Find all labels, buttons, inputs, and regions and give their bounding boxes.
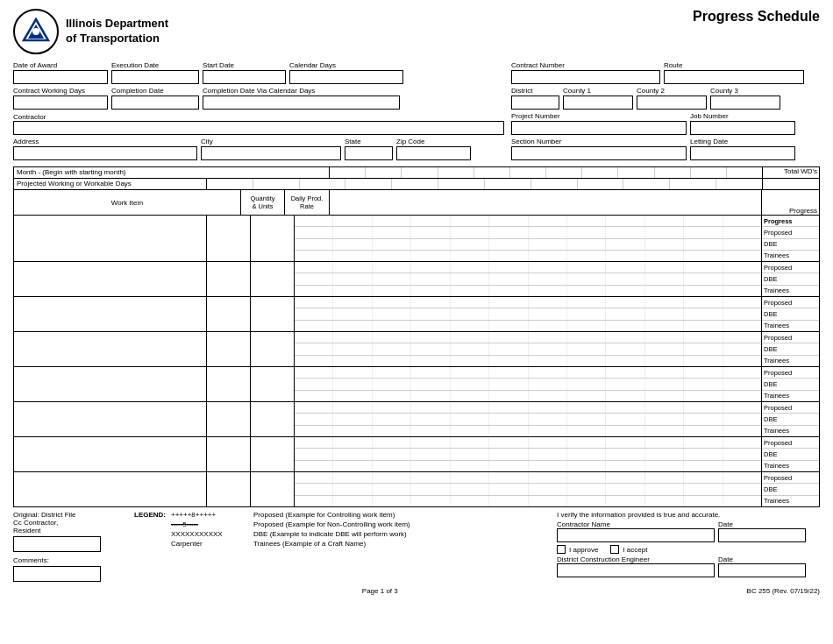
- qty-cell-7[interactable]: [207, 472, 251, 506]
- cal-month-4-0-5: [489, 367, 528, 378]
- legend-item-4: Carpenter Trainees (Example of a Craft N…: [171, 540, 410, 548]
- work-item-cell-3[interactable]: [14, 332, 207, 366]
- cal-month-7-0-2: [373, 472, 411, 483]
- city-group: City: [201, 138, 341, 160]
- qty-cell-1[interactable]: [207, 262, 251, 296]
- job-number-input[interactable]: [690, 121, 795, 135]
- qty-cell-6[interactable]: [207, 437, 251, 471]
- prod-cell-0[interactable]: [251, 216, 295, 261]
- contractor-label: Contractor: [13, 113, 46, 121]
- county2-input[interactable]: [637, 96, 707, 110]
- cal-month-3-1-11: [723, 343, 761, 354]
- zip-input[interactable]: [396, 146, 471, 160]
- cal-month-5-1-7: [567, 414, 606, 424]
- cal-month-6-1-9: [645, 449, 684, 459]
- cal-month-7-2-0: [295, 496, 333, 506]
- prod-cell-7[interactable]: [251, 472, 295, 506]
- qty-cell-3[interactable]: [207, 332, 251, 366]
- cal-month-6-2-11: [723, 461, 761, 471]
- cal-month-2-2-1: [333, 321, 372, 331]
- execution-date-input[interactable]: [111, 70, 199, 84]
- letting-date-group: Letting Date: [690, 138, 795, 160]
- cal-month-0-0-3: [411, 216, 450, 226]
- date-of-award-input[interactable]: [13, 70, 108, 84]
- month-cells: [330, 167, 762, 178]
- cal-month-2-2-4: [451, 321, 489, 331]
- qty-cell-0[interactable]: [207, 216, 251, 261]
- completion-via-input[interactable]: [203, 96, 400, 110]
- letting-date-input[interactable]: [690, 146, 795, 160]
- prod-cell-2[interactable]: [251, 297, 295, 331]
- cal-month-6-1-8: [606, 449, 644, 459]
- cal-month-0-0-11: [723, 216, 761, 226]
- cal-month-6-2-3: [411, 461, 450, 471]
- address-input[interactable]: [13, 146, 197, 160]
- cal-month-2-1-9: [645, 308, 684, 319]
- cal-sub-3-0: [295, 332, 761, 343]
- month-title-row: Month - (Begin with starting month) Tota…: [14, 167, 819, 179]
- work-item-cell-5[interactable]: [14, 402, 207, 436]
- start-date-label: Start Date: [203, 61, 286, 69]
- county3-label: County 3: [710, 87, 780, 95]
- start-date-group: Start Date: [203, 61, 286, 84]
- work-item-cell-1[interactable]: [14, 262, 207, 296]
- total-wd-header: Total WD's: [762, 167, 819, 178]
- state-label: State: [345, 138, 393, 145]
- work-item-cell-0[interactable]: [14, 216, 207, 261]
- qty-cell-4[interactable]: [207, 367, 251, 401]
- work-item-cell-4[interactable]: [14, 367, 207, 401]
- cal-month-1-1-6: [529, 273, 567, 284]
- work-item-cell-6[interactable]: [14, 437, 207, 471]
- cal-month-2-2-6: [529, 321, 567, 331]
- approve-accept-row: I approve I accept: [557, 545, 820, 554]
- cal-month-0-3-6: [529, 251, 567, 261]
- month-cell-4: [438, 167, 474, 178]
- cal-month-4-2-4: [451, 391, 489, 401]
- cal-month-6-0-1: [333, 437, 372, 448]
- work-item-cell-2[interactable]: [14, 297, 207, 331]
- cal-month-6-1-1: [333, 449, 372, 459]
- contract-working-days-input[interactable]: [13, 96, 108, 110]
- cal-month-0-2-7: [567, 239, 606, 250]
- cal-month-0-3-2: [373, 251, 411, 261]
- accept-checkbox[interactable]: [610, 545, 619, 554]
- start-date-input[interactable]: [203, 70, 286, 84]
- qty-cell-2[interactable]: [207, 297, 251, 331]
- prog-label-5-1: DBE: [762, 414, 819, 425]
- qty-cell-5[interactable]: [207, 402, 251, 436]
- engineer-date-input[interactable]: [718, 563, 806, 577]
- route-input[interactable]: [664, 70, 804, 84]
- prod-cell-4[interactable]: [251, 367, 295, 401]
- district-input[interactable]: [511, 96, 559, 110]
- prod-cell-1[interactable]: [251, 262, 295, 296]
- county3-input[interactable]: [710, 96, 780, 110]
- engineer-input[interactable]: [557, 563, 715, 577]
- cal-month-4-2-1: [333, 391, 372, 401]
- cal-month-4-1-8: [606, 379, 644, 389]
- cal-month-5-2-3: [411, 426, 450, 436]
- project-number-input[interactable]: [511, 121, 687, 135]
- cal-month-0-1-8: [606, 227, 644, 237]
- cal-month-3-0-6: [529, 332, 567, 343]
- state-input[interactable]: [345, 146, 393, 160]
- work-item-cell-7[interactable]: [14, 472, 207, 506]
- prod-cell-5[interactable]: [251, 402, 295, 436]
- completion-date-input[interactable]: [111, 96, 199, 110]
- cal-sub-4-1: [295, 379, 761, 390]
- prod-cell-6[interactable]: [251, 437, 295, 471]
- prod-cell-3[interactable]: [251, 332, 295, 366]
- county1-input[interactable]: [563, 96, 633, 110]
- cal-month-0-1-7: [567, 227, 606, 237]
- contractor-date-input[interactable]: [718, 528, 806, 542]
- contract-number-input[interactable]: [511, 70, 660, 84]
- cal-month-7-0-5: [489, 472, 528, 483]
- contractor-name-input[interactable]: [557, 528, 715, 542]
- approve-checkbox[interactable]: [557, 545, 566, 554]
- county1-label: County 1: [563, 87, 633, 95]
- calendar-days-input[interactable]: [289, 70, 403, 84]
- execution-date-label: Execution Date: [111, 61, 199, 69]
- cal-month-2-1-2: [373, 308, 411, 319]
- section-number-input[interactable]: [511, 146, 687, 160]
- contractor-input[interactable]: [13, 121, 504, 135]
- city-input[interactable]: [201, 146, 341, 160]
